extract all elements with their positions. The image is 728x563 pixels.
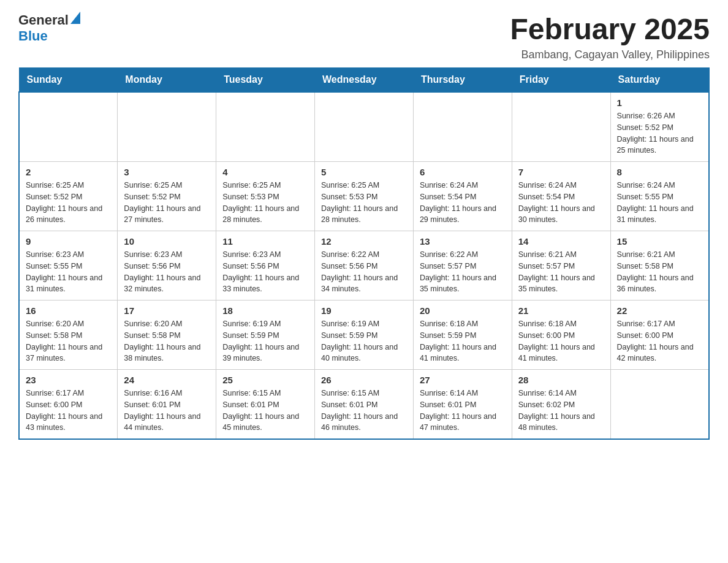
day-number: 3 (124, 167, 210, 177)
day-info: Sunrise: 6:21 AM Sunset: 5:57 PM Dayligh… (518, 249, 604, 295)
day-info: Sunrise: 6:22 AM Sunset: 5:56 PM Dayligh… (321, 249, 407, 295)
calendar-day-cell: 25Sunrise: 6:15 AM Sunset: 6:01 PM Dayli… (216, 370, 315, 440)
calendar-day-cell: 28Sunrise: 6:14 AM Sunset: 6:02 PM Dayli… (512, 370, 610, 440)
day-info: Sunrise: 6:23 AM Sunset: 5:55 PM Dayligh… (26, 249, 111, 295)
day-info: Sunrise: 6:14 AM Sunset: 6:01 PM Dayligh… (420, 388, 506, 434)
day-number: 7 (518, 167, 604, 177)
calendar-day-cell: 10Sunrise: 6:23 AM Sunset: 5:56 PM Dayli… (118, 231, 216, 301)
calendar-day-cell (315, 92, 414, 162)
calendar-day-cell (19, 92, 118, 162)
day-number: 8 (617, 167, 702, 177)
month-title: February 2025 (510, 12, 710, 46)
calendar-week-row: 2Sunrise: 6:25 AM Sunset: 5:52 PM Daylig… (19, 162, 709, 231)
day-info: Sunrise: 6:19 AM Sunset: 5:59 PM Dayligh… (222, 318, 308, 364)
calendar-body: 1Sunrise: 6:26 AM Sunset: 5:52 PM Daylig… (19, 92, 709, 439)
day-info: Sunrise: 6:19 AM Sunset: 5:59 PM Dayligh… (321, 318, 407, 364)
day-number: 23 (26, 375, 111, 385)
calendar-day-cell: 20Sunrise: 6:18 AM Sunset: 5:59 PM Dayli… (413, 301, 512, 370)
day-info: Sunrise: 6:18 AM Sunset: 6:00 PM Dayligh… (518, 318, 604, 364)
day-number: 28 (518, 375, 604, 385)
day-info: Sunrise: 6:20 AM Sunset: 5:58 PM Dayligh… (124, 318, 210, 364)
day-of-week-header: Sunday (19, 68, 118, 93)
day-number: 12 (321, 236, 407, 247)
day-number: 9 (26, 236, 111, 247)
calendar-table: SundayMondayTuesdayWednesdayThursdayFrid… (18, 67, 710, 440)
calendar-day-cell (216, 92, 315, 162)
calendar-day-cell: 23Sunrise: 6:17 AM Sunset: 6:00 PM Dayli… (19, 370, 118, 440)
day-number: 27 (420, 375, 506, 385)
calendar-day-cell: 7Sunrise: 6:24 AM Sunset: 5:54 PM Daylig… (512, 162, 610, 231)
calendar-day-cell: 3Sunrise: 6:25 AM Sunset: 5:52 PM Daylig… (118, 162, 216, 231)
calendar-day-cell (610, 370, 709, 440)
day-number: 5 (321, 167, 407, 177)
calendar-day-cell: 11Sunrise: 6:23 AM Sunset: 5:56 PM Dayli… (216, 231, 315, 301)
day-info: Sunrise: 6:24 AM Sunset: 5:54 PM Dayligh… (518, 180, 604, 226)
calendar-day-cell: 1Sunrise: 6:26 AM Sunset: 5:52 PM Daylig… (610, 92, 709, 162)
day-number: 19 (321, 305, 407, 316)
day-info: Sunrise: 6:25 AM Sunset: 5:52 PM Dayligh… (26, 180, 111, 226)
day-number: 14 (518, 236, 604, 247)
calendar-day-cell: 4Sunrise: 6:25 AM Sunset: 5:53 PM Daylig… (216, 162, 315, 231)
day-number: 25 (222, 375, 308, 385)
day-number: 2 (26, 167, 111, 177)
day-info: Sunrise: 6:20 AM Sunset: 5:58 PM Dayligh… (26, 318, 111, 364)
calendar-header: SundayMondayTuesdayWednesdayThursdayFrid… (19, 68, 709, 93)
logo-triangle-icon (70, 12, 80, 24)
calendar-day-cell: 13Sunrise: 6:22 AM Sunset: 5:57 PM Dayli… (413, 231, 512, 301)
calendar-day-cell: 19Sunrise: 6:19 AM Sunset: 5:59 PM Dayli… (315, 301, 414, 370)
day-number: 21 (518, 305, 604, 316)
day-info: Sunrise: 6:18 AM Sunset: 5:59 PM Dayligh… (420, 318, 506, 364)
day-info: Sunrise: 6:21 AM Sunset: 5:58 PM Dayligh… (617, 249, 702, 295)
day-number: 18 (222, 305, 308, 316)
day-number: 1 (617, 98, 702, 108)
day-info: Sunrise: 6:16 AM Sunset: 6:01 PM Dayligh… (124, 388, 210, 434)
calendar-day-cell: 8Sunrise: 6:24 AM Sunset: 5:55 PM Daylig… (610, 162, 709, 231)
logo-general-text: General (18, 12, 69, 28)
calendar-day-cell (413, 92, 512, 162)
calendar-day-cell: 12Sunrise: 6:22 AM Sunset: 5:56 PM Dayli… (315, 231, 414, 301)
page-header: General Blue February 2025 Bambang, Caga… (18, 12, 710, 61)
day-number: 6 (420, 167, 506, 177)
day-info: Sunrise: 6:15 AM Sunset: 6:01 PM Dayligh… (321, 388, 407, 434)
calendar-week-row: 23Sunrise: 6:17 AM Sunset: 6:00 PM Dayli… (19, 370, 709, 440)
day-of-week-header: Monday (118, 68, 216, 93)
day-info: Sunrise: 6:25 AM Sunset: 5:52 PM Dayligh… (124, 180, 210, 226)
calendar-week-row: 1Sunrise: 6:26 AM Sunset: 5:52 PM Daylig… (19, 92, 709, 162)
day-number: 15 (617, 236, 702, 247)
day-number: 20 (420, 305, 506, 316)
day-info: Sunrise: 6:25 AM Sunset: 5:53 PM Dayligh… (321, 180, 407, 226)
day-info: Sunrise: 6:17 AM Sunset: 6:00 PM Dayligh… (26, 388, 111, 434)
calendar-day-cell: 27Sunrise: 6:14 AM Sunset: 6:01 PM Dayli… (413, 370, 512, 440)
day-info: Sunrise: 6:24 AM Sunset: 5:54 PM Dayligh… (420, 180, 506, 226)
day-number: 16 (26, 305, 111, 316)
day-number: 26 (321, 375, 407, 385)
day-info: Sunrise: 6:15 AM Sunset: 6:01 PM Dayligh… (222, 388, 308, 434)
day-of-week-header: Saturday (610, 68, 709, 93)
calendar-day-cell: 9Sunrise: 6:23 AM Sunset: 5:55 PM Daylig… (19, 231, 118, 301)
day-number: 24 (124, 375, 210, 385)
day-number: 17 (124, 305, 210, 316)
day-number: 4 (222, 167, 308, 177)
calendar-week-row: 16Sunrise: 6:20 AM Sunset: 5:58 PM Dayli… (19, 301, 709, 370)
calendar-day-cell (512, 92, 610, 162)
day-info: Sunrise: 6:14 AM Sunset: 6:02 PM Dayligh… (518, 388, 604, 434)
calendar-day-cell: 17Sunrise: 6:20 AM Sunset: 5:58 PM Dayli… (118, 301, 216, 370)
calendar-day-cell: 21Sunrise: 6:18 AM Sunset: 6:00 PM Dayli… (512, 301, 610, 370)
day-info: Sunrise: 6:17 AM Sunset: 6:00 PM Dayligh… (617, 318, 702, 364)
calendar-day-cell: 22Sunrise: 6:17 AM Sunset: 6:00 PM Dayli… (610, 301, 709, 370)
day-info: Sunrise: 6:26 AM Sunset: 5:52 PM Dayligh… (617, 110, 702, 156)
day-info: Sunrise: 6:23 AM Sunset: 5:56 PM Dayligh… (124, 249, 210, 295)
calendar-week-row: 9Sunrise: 6:23 AM Sunset: 5:55 PM Daylig… (19, 231, 709, 301)
day-number: 10 (124, 236, 210, 247)
day-info: Sunrise: 6:22 AM Sunset: 5:57 PM Dayligh… (420, 249, 506, 295)
day-number: 13 (420, 236, 506, 247)
calendar-day-cell: 16Sunrise: 6:20 AM Sunset: 5:58 PM Dayli… (19, 301, 118, 370)
calendar-day-cell: 14Sunrise: 6:21 AM Sunset: 5:57 PM Dayli… (512, 231, 610, 301)
day-of-week-header: Friday (512, 68, 610, 93)
title-block: February 2025 Bambang, Cagayan Valley, P… (510, 12, 710, 61)
calendar-day-cell: 6Sunrise: 6:24 AM Sunset: 5:54 PM Daylig… (413, 162, 512, 231)
day-info: Sunrise: 6:23 AM Sunset: 5:56 PM Dayligh… (222, 249, 308, 295)
calendar-day-cell: 18Sunrise: 6:19 AM Sunset: 5:59 PM Dayli… (216, 301, 315, 370)
day-info: Sunrise: 6:25 AM Sunset: 5:53 PM Dayligh… (222, 180, 308, 226)
logo: General Blue (18, 12, 80, 44)
